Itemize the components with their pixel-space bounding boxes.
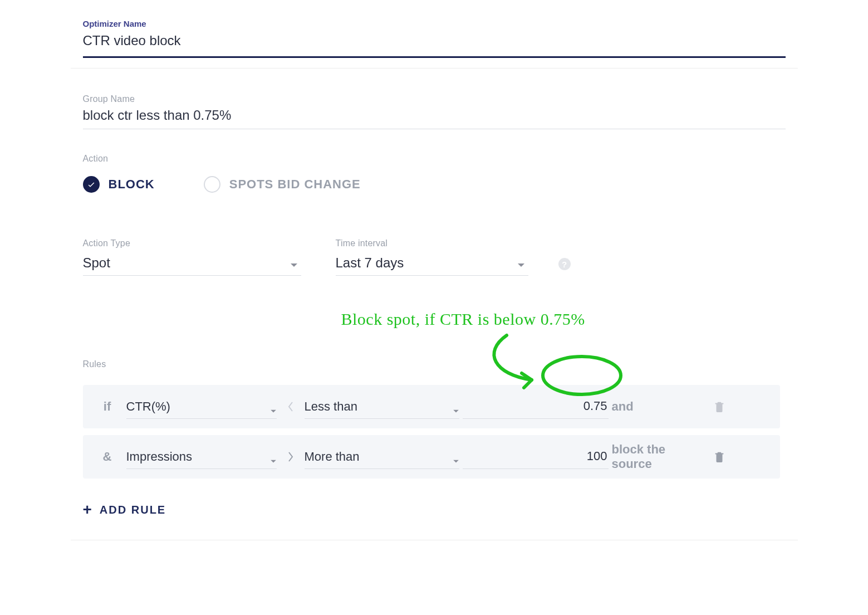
chevron-right-icon: [280, 451, 301, 462]
rule-value-input[interactable]: [463, 398, 609, 414]
chevron-down-icon: [517, 263, 525, 269]
rule-operator-value: More than: [305, 450, 360, 464]
rule-metric-value: CTR(%): [126, 399, 170, 414]
rules-list: if CTR(%) Less than: [83, 385, 780, 479]
group-name-label: Group Name: [83, 94, 786, 104]
action-spots-label: SPOTS BID CHANGE: [229, 177, 361, 192]
svg-rect-1: [718, 456, 720, 458]
chevron-down-icon: [270, 460, 277, 464]
rule-metric-select[interactable]: Impressions: [126, 445, 277, 469]
time-interval-select[interactable]: Last 7 days: [336, 255, 528, 276]
rule-value-input[interactable]: [463, 448, 609, 464]
rule-tail: and: [612, 399, 707, 414]
time-interval-value: Last 7 days: [336, 255, 404, 271]
action-type-label: Action Type: [83, 238, 301, 248]
rule-metric-select[interactable]: CTR(%): [126, 394, 277, 419]
rule-value-input-wrap: [463, 394, 609, 419]
plus-icon: +: [83, 501, 92, 519]
action-block-label: BLOCK: [109, 177, 155, 192]
group-name-input[interactable]: [83, 104, 786, 129]
rule-operator-select[interactable]: Less than: [305, 394, 459, 419]
rule-row: if CTR(%) Less than: [83, 385, 780, 428]
annotation-text: Block spot, if CTR is below 0.75%: [341, 310, 585, 329]
rule-metric-value: Impressions: [126, 450, 193, 464]
chevron-down-icon: [453, 409, 459, 414]
chevron-down-icon: [270, 409, 277, 414]
add-rule-label: ADD RULE: [100, 504, 166, 516]
action-type-select[interactable]: Spot: [83, 255, 301, 276]
add-rule-button[interactable]: + ADD RULE: [83, 501, 786, 519]
action-label: Action: [83, 154, 786, 164]
delete-rule-button[interactable]: [710, 450, 729, 463]
section-divider: [71, 540, 798, 540]
time-interval-label: Time interval: [336, 238, 528, 248]
chevron-down-icon: [453, 460, 459, 464]
action-radio-group: BLOCK SPOTS BID CHANGE: [83, 176, 786, 193]
rule-row: & Impressions More than: [83, 435, 780, 479]
rule-value-input-wrap: [463, 445, 609, 469]
radio-checked-icon: [83, 176, 100, 193]
action-type-value: Spot: [83, 255, 110, 270]
rules-label: Rules: [83, 359, 786, 369]
rule-operator-value: Less than: [305, 399, 357, 414]
svg-rect-0: [718, 406, 720, 408]
chevron-down-icon: [290, 263, 298, 269]
rule-tail: block the source: [612, 442, 707, 471]
rule-prefix: &: [92, 450, 123, 464]
action-spots-bid-change-radio[interactable]: SPOTS BID CHANGE: [204, 176, 361, 193]
action-block-radio[interactable]: BLOCK: [83, 176, 155, 193]
chevron-left-icon: [280, 401, 301, 412]
delete-rule-button[interactable]: [710, 400, 729, 413]
radio-unchecked-icon: [204, 176, 220, 193]
help-icon[interactable]: ?: [558, 258, 571, 270]
rule-operator-select[interactable]: More than: [305, 445, 459, 469]
rule-prefix: if: [92, 399, 123, 414]
optimizer-name-label: Optimizer Name: [83, 19, 786, 28]
optimizer-name-input[interactable]: [83, 28, 786, 58]
